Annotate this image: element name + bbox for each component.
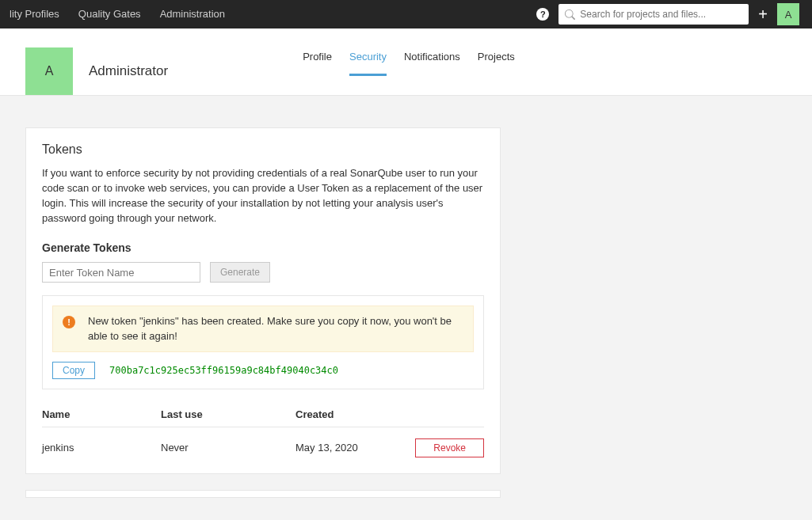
avatar[interactable]: A	[777, 3, 799, 25]
next-panel	[25, 490, 501, 498]
table-row: jenkins Never May 13, 2020 Revoke	[42, 427, 484, 457]
search-input[interactable]	[580, 9, 742, 20]
top-nav: lity Profiles Quality Gates Administrati…	[0, 0, 812, 28]
nav-administration[interactable]: Administration	[151, 0, 234, 28]
new-token-box: ! New token "jenkins" has been created. …	[42, 295, 484, 389]
generate-label: Generate Tokens	[42, 241, 484, 254]
add-icon[interactable]: +	[758, 6, 768, 24]
tab-projects[interactable]: Projects	[478, 51, 515, 76]
user-block: A Administrator	[25, 47, 168, 95]
tokens-panel: Tokens If you want to enforce security b…	[25, 127, 501, 474]
search-icon	[565, 9, 575, 20]
token-table: Name Last use Created jenkins Never May …	[42, 408, 484, 457]
token-value: 700ba7c1c925ec53ff96159a9c84bf49040c34c0	[109, 365, 338, 376]
cell-created: May 13, 2020	[295, 442, 398, 454]
cell-name: jenkins	[42, 442, 161, 454]
tab-security[interactable]: Security	[349, 51, 387, 76]
generate-button[interactable]: Generate	[210, 262, 270, 283]
generate-row: Generate	[42, 262, 484, 283]
top-nav-left: lity Profiles Quality Gates Administrati…	[0, 0, 234, 28]
copy-row: Copy 700ba7c1c925ec53ff96159a9c84bf49040…	[52, 362, 474, 379]
top-nav-right: ? + A	[536, 3, 799, 25]
search-box[interactable]	[558, 4, 749, 25]
tab-notifications[interactable]: Notifications	[404, 51, 460, 76]
warning-icon: !	[63, 316, 75, 328]
token-alert: ! New token "jenkins" has been created. …	[52, 306, 474, 351]
help-icon[interactable]: ?	[536, 8, 549, 21]
panel-title: Tokens	[42, 142, 484, 157]
main-container: Tokens If you want to enforce security b…	[0, 96, 812, 520]
tab-profile[interactable]: Profile	[303, 51, 332, 76]
col-header-name: Name	[42, 408, 161, 420]
copy-button[interactable]: Copy	[52, 362, 95, 379]
token-name-input[interactable]	[42, 262, 200, 283]
cell-lastuse: Never	[161, 442, 295, 454]
nav-quality-profiles[interactable]: lity Profiles	[0, 0, 69, 28]
nav-quality-gates[interactable]: Quality Gates	[69, 0, 151, 28]
revoke-button[interactable]: Revoke	[415, 438, 484, 457]
table-header: Name Last use Created	[42, 408, 484, 427]
avatar-large: A	[25, 47, 73, 95]
alert-text: New token "jenkins" has been created. Ma…	[88, 314, 463, 343]
user-name: Administrator	[89, 63, 168, 79]
subheader: A Administrator Profile Security Notific…	[0, 28, 812, 96]
col-header-lastuse: Last use	[161, 408, 295, 420]
tabs: Profile Security Notifications Projects	[303, 51, 515, 76]
col-header-created: Created	[295, 408, 398, 420]
panel-description: If you want to enforce security by not p…	[42, 166, 484, 226]
